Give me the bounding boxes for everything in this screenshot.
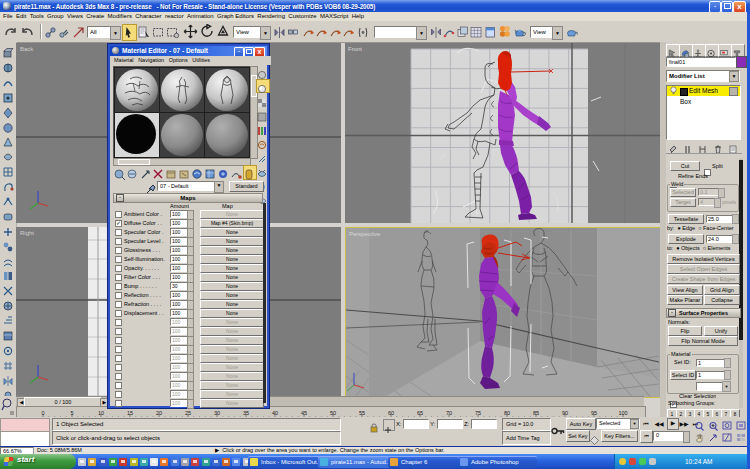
svg-text:40: 40 xyxy=(272,410,278,416)
svg-text:75: 75 xyxy=(475,410,481,416)
svg-text:10: 10 xyxy=(98,410,104,416)
svg-text:65: 65 xyxy=(417,410,423,416)
svg-text:90: 90 xyxy=(562,410,568,416)
svg-text:15: 15 xyxy=(127,410,133,416)
svg-text:0: 0 xyxy=(41,410,44,416)
svg-text:Perspective: Perspective xyxy=(349,231,381,237)
svg-text:Front: Front xyxy=(348,46,362,52)
svg-text:55: 55 xyxy=(359,410,365,416)
svg-text:Right: Right xyxy=(20,230,34,236)
svg-text:100: 100 xyxy=(618,410,627,416)
svg-text:35: 35 xyxy=(243,410,249,416)
svg-text:50: 50 xyxy=(330,410,336,416)
svg-text:85: 85 xyxy=(533,410,539,416)
svg-text:45: 45 xyxy=(301,410,307,416)
svg-text:95: 95 xyxy=(591,410,597,416)
svg-text:20: 20 xyxy=(156,410,162,416)
svg-text:30: 30 xyxy=(214,410,220,416)
svg-text:25: 25 xyxy=(185,410,191,416)
svg-text:60: 60 xyxy=(388,410,394,416)
svg-text:Back: Back xyxy=(20,46,34,52)
svg-text:80: 80 xyxy=(504,410,510,416)
svg-text:70: 70 xyxy=(446,410,452,416)
svg-text:5: 5 xyxy=(70,410,73,416)
